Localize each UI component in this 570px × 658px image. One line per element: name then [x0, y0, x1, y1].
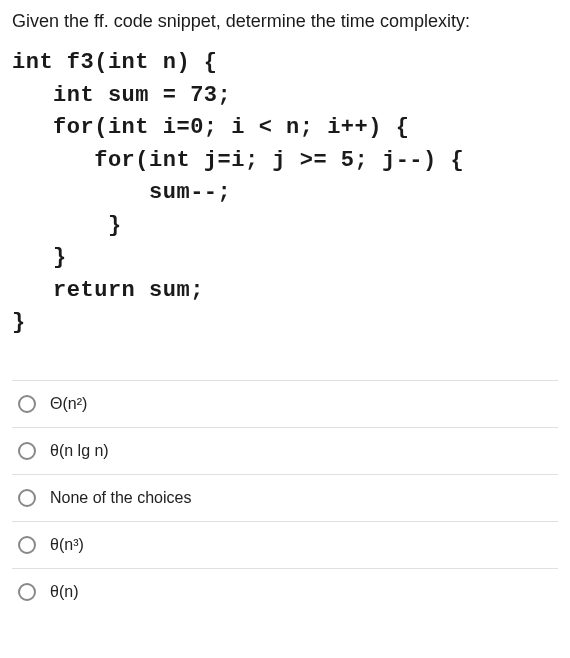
- option-d-label: θ(n³): [50, 536, 552, 554]
- radio-option-c[interactable]: [18, 489, 36, 507]
- radio-option-b[interactable]: [18, 442, 36, 460]
- question-prompt: Given the ff. code snippet, determine th…: [12, 8, 558, 35]
- option-c[interactable]: None of the choices: [12, 475, 558, 522]
- option-b[interactable]: θ(n lg n): [12, 428, 558, 475]
- option-b-label: θ(n lg n): [50, 442, 552, 460]
- options-list: Θ(n²) θ(n lg n) None of the choices θ(n³…: [12, 380, 558, 615]
- code-snippet: int f3(int n) { int sum = 73; for(int i=…: [12, 47, 558, 340]
- radio-option-a[interactable]: [18, 395, 36, 413]
- option-d[interactable]: θ(n³): [12, 522, 558, 569]
- option-e-label: θ(n): [50, 583, 552, 601]
- option-a[interactable]: Θ(n²): [12, 381, 558, 428]
- radio-option-e[interactable]: [18, 583, 36, 601]
- radio-option-d[interactable]: [18, 536, 36, 554]
- option-c-label: None of the choices: [50, 489, 552, 507]
- option-a-label: Θ(n²): [50, 395, 552, 413]
- question-page: Given the ff. code snippet, determine th…: [0, 0, 570, 615]
- option-e[interactable]: θ(n): [12, 569, 558, 615]
